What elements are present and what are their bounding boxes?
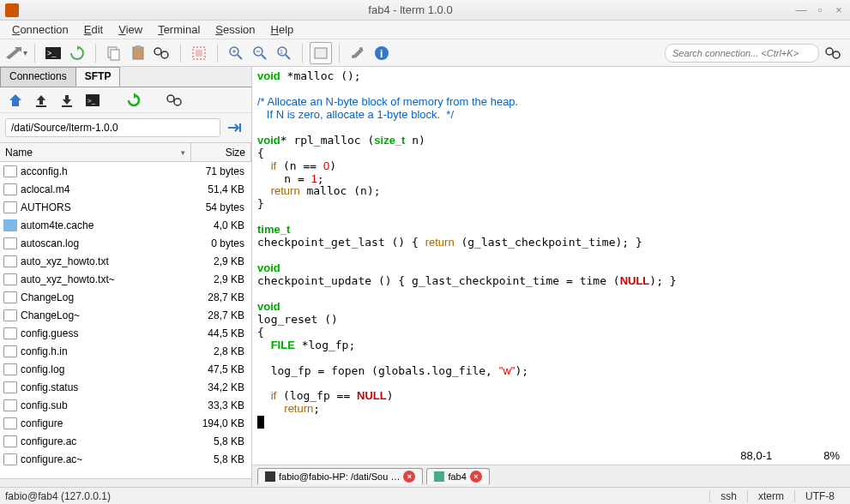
- terminal-tab-1[interactable]: fabio@fabio-HP: /dati/Sou … ×: [257, 468, 423, 484]
- home-button[interactable]: [5, 90, 26, 111]
- list-item[interactable]: configure.ac~5,8 KB: [0, 450, 251, 468]
- file-name: acconfig.h: [21, 165, 191, 177]
- go-button[interactable]: [224, 117, 246, 139]
- file-name: auto_xyz_howto.txt~: [21, 273, 191, 285]
- find-button[interactable]: [151, 42, 173, 64]
- list-item[interactable]: ChangeLog~28,7 KB: [0, 306, 251, 324]
- list-item[interactable]: autom4te.cache4,0 KB: [0, 216, 251, 234]
- file-name: ChangeLog: [21, 291, 191, 303]
- path-input[interactable]: [5, 118, 220, 137]
- copy-button[interactable]: [103, 42, 125, 64]
- menubar: Connection Edit View Terminal Session He…: [0, 21, 850, 39]
- terminal-here-button[interactable]: >_: [82, 90, 103, 111]
- close-tab-icon[interactable]: ×: [403, 471, 415, 483]
- list-item[interactable]: autoscan.log0 bytes: [0, 234, 251, 252]
- scroll-percent: 8%: [823, 449, 840, 465]
- close-button[interactable]: ×: [833, 4, 845, 16]
- menu-view[interactable]: View: [112, 21, 149, 38]
- tab-sftp[interactable]: SFTP: [75, 67, 121, 87]
- svg-point-7: [161, 51, 168, 58]
- reload-button[interactable]: [66, 42, 88, 64]
- file-icon: [3, 399, 17, 411]
- status-encoding: UTF-8: [794, 490, 845, 502]
- menu-connection[interactable]: Connection: [5, 21, 75, 38]
- list-item[interactable]: auto_xyz_howto.txt2,9 KB: [0, 252, 251, 270]
- minimize-button[interactable]: —: [795, 4, 807, 16]
- svg-rect-3: [111, 50, 119, 60]
- menu-edit[interactable]: Edit: [77, 21, 110, 38]
- file-size: 33,3 KB: [191, 399, 248, 411]
- svg-rect-10: [196, 50, 202, 57]
- select-all-button[interactable]: [188, 42, 210, 64]
- settings-button[interactable]: [347, 42, 369, 64]
- horizontal-scrollbar[interactable]: [0, 478, 251, 487]
- terminal-button[interactable]: >_: [42, 42, 64, 64]
- zoom-in-button[interactable]: [225, 42, 247, 64]
- svg-line-16: [262, 55, 266, 59]
- file-icon: [3, 381, 17, 393]
- upload-button[interactable]: [31, 90, 51, 111]
- list-item[interactable]: config.sub33,3 KB: [0, 396, 251, 414]
- search-button[interactable]: [823, 42, 845, 64]
- menu-help[interactable]: Help: [264, 21, 301, 38]
- list-item[interactable]: config.status34,2 KB: [0, 378, 251, 396]
- list-item[interactable]: ChangeLog28,7 KB: [0, 288, 251, 306]
- tab-connections[interactable]: Connections: [0, 67, 76, 87]
- terminal-tab-2[interactable]: fab4 ×: [426, 468, 489, 484]
- status-host: fabio@fab4 (127.0.0.1): [5, 490, 111, 502]
- download-button[interactable]: [57, 90, 77, 111]
- svg-point-23: [352, 55, 355, 58]
- window-button[interactable]: [310, 42, 332, 64]
- host-icon: [434, 471, 444, 482]
- connect-button[interactable]: [5, 42, 27, 64]
- list-item[interactable]: auto_xyz_howto.txt~2,9 KB: [0, 270, 251, 288]
- file-name: config.log: [21, 363, 191, 375]
- list-item[interactable]: config.h.in2,8 KB: [0, 342, 251, 360]
- svg-line-19: [286, 55, 290, 59]
- file-icon: [3, 363, 17, 375]
- file-icon: [3, 435, 17, 447]
- svg-point-32: [167, 95, 174, 102]
- close-tab-icon[interactable]: ×: [470, 471, 482, 483]
- file-name: AUTHORS: [21, 201, 191, 213]
- info-button[interactable]: i: [371, 42, 393, 64]
- file-size: 44,5 KB: [191, 327, 248, 339]
- code-area[interactable]: void *malloc (); /* Allocate an N-byte b…: [252, 67, 850, 449]
- maximize-button[interactable]: ▫: [814, 4, 826, 16]
- list-item[interactable]: AUTHORS54 bytes: [0, 198, 251, 216]
- paste-button[interactable]: [127, 42, 149, 64]
- sidebar-tabs: Connections SFTP: [0, 67, 251, 87]
- file-name: configure: [21, 417, 191, 429]
- file-name: config.guess: [21, 327, 191, 339]
- file-size: 5,8 KB: [191, 435, 248, 447]
- search-input[interactable]: [665, 44, 819, 63]
- list-item[interactable]: configure194,0 KB: [0, 414, 251, 432]
- svg-point-22: [359, 47, 363, 51]
- refresh-button[interactable]: [124, 90, 144, 111]
- svg-rect-21: [315, 48, 327, 58]
- file-icon: [3, 417, 17, 429]
- file-name: configure.ac~: [21, 453, 191, 465]
- file-icon: [3, 201, 17, 213]
- find-files-button[interactable]: [165, 90, 185, 111]
- zoom-reset-button[interactable]: 1: [273, 42, 295, 64]
- menu-session[interactable]: Session: [208, 21, 262, 38]
- col-header-size[interactable]: Size: [191, 143, 251, 161]
- list-item[interactable]: config.guess44,5 KB: [0, 324, 251, 342]
- file-name: config.sub: [21, 399, 191, 411]
- zoom-out-button[interactable]: [249, 42, 271, 64]
- file-list[interactable]: Name▾ Size acconfig.h71 bytesaclocal.m45…: [0, 142, 251, 478]
- list-item[interactable]: configure.ac5,8 KB: [0, 432, 251, 450]
- col-header-name[interactable]: Name▾: [0, 143, 191, 161]
- menu-terminal[interactable]: Terminal: [151, 21, 207, 38]
- list-item[interactable]: acconfig.h71 bytes: [0, 162, 251, 180]
- file-size: 34,2 KB: [191, 381, 248, 393]
- file-icon: [3, 183, 17, 195]
- list-item[interactable]: aclocal.m451,4 KB: [0, 180, 251, 198]
- list-item[interactable]: config.log47,5 KB: [0, 360, 251, 378]
- file-size: 71 bytes: [191, 165, 248, 177]
- file-name: config.h.in: [21, 345, 191, 357]
- file-icon: [3, 291, 17, 303]
- file-icon: [3, 345, 17, 357]
- svg-rect-4: [133, 47, 143, 59]
